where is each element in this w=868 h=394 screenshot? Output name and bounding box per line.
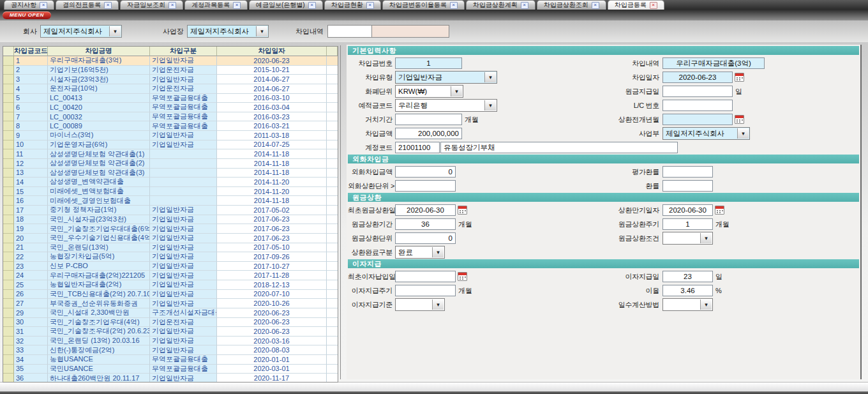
calendar-icon[interactable] <box>458 206 467 215</box>
close-icon[interactable]: × <box>168 2 176 9</box>
row-selector[interactable] <box>3 149 14 159</box>
row-selector[interactable] <box>3 234 14 243</box>
calendar-icon[interactable] <box>735 73 744 82</box>
tab-3[interactable]: 자금일보조회× <box>120 0 183 10</box>
table-row[interactable]: 21국민_온랜딩(13억)기업일반자금2017-05-10 <box>3 243 338 253</box>
tab-5[interactable]: 예금일보(은행별)× <box>249 0 323 10</box>
select-field[interactable]: 기업일반자금▾ <box>395 71 497 84</box>
calendar-icon[interactable] <box>735 115 744 124</box>
table-row[interactable]: 15미래에셋_변액보험대출2014-11-20 <box>3 187 338 197</box>
row-selector[interactable] <box>3 178 14 187</box>
row-selector[interactable] <box>3 252 14 262</box>
table-row[interactable]: 6LC_00420무역포괄금융대출2016-03-04 <box>3 103 338 112</box>
row-selector[interactable] <box>3 75 14 84</box>
table-row[interactable]: 34농협USANCE무역포괄금융대출2020-01-01 <box>3 355 338 365</box>
text-field[interactable]: 1 <box>662 218 713 230</box>
row-selector[interactable] <box>3 299 14 308</box>
table-row[interactable]: 16미래에셋_경영인보험대출2014-11-18 <box>3 196 338 206</box>
loan-desc-filter-input[interactable] <box>327 25 372 38</box>
table-row[interactable]: 2기업기보(16억5천)기업운전자금2015-10-21 <box>3 66 338 75</box>
row-selector[interactable] <box>3 94 14 103</box>
text-field[interactable] <box>662 166 713 178</box>
tab-9[interactable]: 차입금상환조회× <box>537 0 606 10</box>
table-row[interactable]: 18국민_시설자금(23억3천)기업일반자금2017-06-23 <box>3 215 338 225</box>
table-row[interactable]: 13삼성생명단체보험 약관대출(3)2014-11-18 <box>3 169 338 178</box>
table-row[interactable]: 35국민USANCE무역포괄금융대출2020-03-01 <box>3 365 338 374</box>
select-field[interactable]: ▾ <box>662 298 713 311</box>
tab-2[interactable]: 결의전표등록× <box>56 0 119 10</box>
row-selector[interactable] <box>3 196 14 206</box>
row-selector[interactable] <box>3 103 14 112</box>
text-field[interactable]: 2020-06-30 <box>395 204 456 216</box>
row-selector[interactable] <box>3 140 14 150</box>
table-row[interactable]: 33신한(-)통장예금(2억)기업일반자금2020-08-03 <box>3 345 338 355</box>
close-icon[interactable]: × <box>521 2 528 9</box>
text-field[interactable]: 2020-06-23 <box>662 72 733 83</box>
row-selector[interactable] <box>3 280 14 290</box>
text-field[interactable] <box>395 114 462 125</box>
select-field[interactable]: 우리은행▾ <box>395 99 497 112</box>
close-icon[interactable]: × <box>650 2 657 9</box>
table-row[interactable]: 22농협장기차입금(5억)기업일반자금2017-09-26 <box>3 252 338 262</box>
row-selector[interactable] <box>3 243 14 253</box>
table-row[interactable]: 1우리구매자금대출(3억)기업일반자금2020-06-23 <box>3 56 338 66</box>
calendar-icon[interactable] <box>715 206 724 215</box>
text-field[interactable]: 21001100 <box>395 142 440 153</box>
calendar-icon[interactable] <box>458 272 467 281</box>
table-row[interactable]: 32국민_온랜딩 (13억) 20.03.16기업일반자금2020-03-16 <box>3 337 338 346</box>
table-row[interactable]: 14삼성생명_변액약관대출2014-11-20 <box>3 178 338 187</box>
row-selector[interactable] <box>3 290 14 299</box>
table-row[interactable]: 30국민_기술창조기업우대(4억)기업운전자금2020-06-23 <box>3 318 338 328</box>
text-field[interactable] <box>662 114 733 125</box>
text-field[interactable]: 36 <box>395 218 456 230</box>
text-field[interactable] <box>395 180 456 192</box>
row-selector[interactable] <box>3 56 14 66</box>
tab-4[interactable]: 계정과목등록× <box>184 0 248 10</box>
table-row[interactable]: 5LC_00413무역포괄금융대출2016-03-10 <box>3 94 338 103</box>
text-field[interactable] <box>662 100 733 111</box>
row-selector[interactable] <box>3 121 14 131</box>
tab-7[interactable]: 차입금변동이율등록× <box>382 0 465 10</box>
table-row[interactable]: 25농협일반자금대출(2억)기업일반자금2018-12-13 <box>3 280 338 290</box>
table-row[interactable]: 24우리구매자금대출(2억)221205기업일반자금2017-11-28 <box>3 271 338 280</box>
tab-8[interactable]: 차입금상환계획× <box>466 0 535 10</box>
table-row[interactable]: 20국민_우수기술기업신용대출(4억)기업일반자금2017-06-23 <box>3 234 338 243</box>
row-selector[interactable] <box>3 271 14 280</box>
row-selector[interactable] <box>3 345 14 355</box>
row-selector[interactable] <box>3 318 14 328</box>
row-selector[interactable] <box>3 112 14 122</box>
table-row[interactable]: 19국민_기술창조기업우대대출(6억)기업일반자금2017-06-23 <box>3 224 338 234</box>
text-field[interactable]: 1 <box>395 57 462 69</box>
text-field[interactable]: 0 <box>395 232 456 244</box>
select-field[interactable]: 제일저지주식회사▾ <box>662 127 750 140</box>
menu-open-button[interactable]: MENU OPEN <box>3 11 51 19</box>
text-field[interactable]: 23 <box>662 271 713 282</box>
row-selector[interactable] <box>3 308 14 318</box>
text-field[interactable]: 0 <box>395 166 456 178</box>
table-row[interactable]: 10기업운영자금(6억)기업일반자금2014-07-25 <box>3 140 338 150</box>
table-row[interactable]: 29국민_시설대 2,330백만원구조개선시설자금대출2020-06-23 <box>3 308 338 318</box>
row-selector[interactable] <box>3 66 14 75</box>
close-icon[interactable]: × <box>104 2 112 9</box>
row-selector[interactable] <box>3 224 14 234</box>
company-select[interactable]: 제일저지주식회사 ▾ <box>40 25 122 38</box>
select-field[interactable]: ▾ <box>662 232 713 245</box>
row-selector[interactable] <box>3 131 14 140</box>
text-field[interactable] <box>395 271 456 282</box>
close-icon[interactable]: × <box>366 2 374 9</box>
table-row[interactable]: 26국민_TCB신용대출(2억) 20.7.10기업일반자금2020-07-10 <box>3 290 338 299</box>
row-selector[interactable] <box>3 215 14 225</box>
row-selector[interactable] <box>3 327 14 337</box>
tab-1[interactable]: 공지사항× <box>4 0 54 10</box>
close-icon[interactable]: × <box>233 2 241 9</box>
table-row[interactable]: 36하나대출260백만원 20.11.17기업일반자금2020-11-17 <box>3 374 338 382</box>
text-field[interactable]: 3.46 <box>662 285 713 296</box>
text-field[interactable] <box>395 285 456 296</box>
text-field[interactable]: 2020-06-30 <box>662 204 713 216</box>
text-field[interactable]: 200,000,000 <box>395 128 462 139</box>
text-field[interactable] <box>662 180 713 192</box>
tab-10[interactable]: 차입금등록× <box>608 0 664 10</box>
select-field[interactable]: ▾ <box>395 298 445 311</box>
close-icon[interactable]: × <box>450 2 458 9</box>
close-icon[interactable]: × <box>592 2 599 9</box>
